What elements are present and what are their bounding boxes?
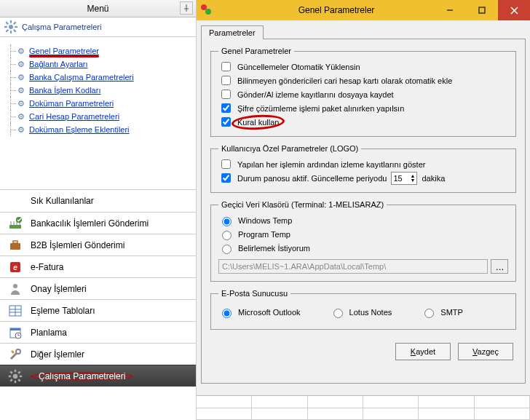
opt-label: Kural kullan [237,118,279,127]
menu-sik-kullanilanlar[interactable]: Sık Kullanılanlar [0,190,196,212]
tree-item-baglanti-ayarlari[interactable]: ⚙ Bağlantı Ayarları [6,58,190,71]
gear-icon: ⚙ [17,86,25,95]
maximize-button[interactable] [466,0,498,20]
svg-line-34 [18,371,20,373]
radio[interactable] [424,309,434,318]
svg-line-31 [10,371,12,373]
spinner-arrows[interactable]: ▲▼ [411,174,416,183]
opt-gonderal[interactable]: Gönder/Al izleme kayıtlarını dosyaya kay… [218,87,508,101]
gear-icon: ⚙ [17,112,25,122]
tree-item-dokuman-parametreleri[interactable]: ⚙ Doküman Parametreleri [6,97,190,110]
tree-link: Doküman Parametreleri [29,99,114,108]
tab-calisma-parametreleri[interactable]: Çalışma Parametreleri [0,17,196,37]
menu-label: Planlama [31,328,67,338]
radio-program-temp[interactable]: Program Temp [218,227,508,241]
radio-lotus[interactable]: Lotus Notes [330,305,392,319]
save-button[interactable]: Kaydet [395,343,451,360]
group-legend: Geçici Veri Klasörü (Terminal: 1-MELISAR… [218,200,387,209]
group-legend: E-Posta Sunucusu [218,289,290,298]
svg-line-7 [6,30,8,32]
menu-diger[interactable]: Diğer İşlemler [0,343,196,365]
tree-item-genel-parametreler[interactable]: ⚙ Genel Parametreler [6,44,190,58]
svg-point-26 [13,373,18,379]
bank-icon [7,215,23,231]
opt-label: Bilinmeyen göndericileri cari hesap kart… [237,76,452,85]
svg-text:e: e [13,264,17,272]
opt-sifre[interactable]: Şifre çözümleme işlemi paket alınırken y… [218,101,508,115]
radio-windows-temp[interactable]: Windows Temp [218,213,508,227]
pin-button[interactable] [180,1,193,15]
radio-outlook[interactable]: Microsoft Outlook [218,305,301,319]
btn-label-rest: azgeç [478,347,499,356]
opt-durum-panosu[interactable]: Durum panosu aktif. Güncelleme periyodu … [218,171,508,185]
menu-label: Sık Kullanılanlar [31,196,94,206]
svg-line-32 [18,379,20,381]
tree-item-banka-calisma[interactable]: ⚙ Banka Çalışma Parametreleri [6,71,190,84]
checkbox[interactable] [221,76,231,85]
menu-title: Menü [87,4,108,14]
menu-esleme[interactable]: Eşleme Tabloları [0,299,196,321]
menu-planlama[interactable]: Planlama [0,321,196,343]
period-spinner[interactable]: 15 ▲▼ [391,172,417,185]
tab-parametreler[interactable]: Parametreler [201,25,264,39]
tree-item-banka-islem[interactable]: ⚙ Banka İşlem Kodları [6,84,190,97]
tree-link: Bağlantı Ayarları [29,60,88,68]
radio-label: Windows Temp [238,216,292,225]
tree-item-cari-hesap[interactable]: ⚙ Cari Hesap Parametreleri [6,110,190,123]
cancel-button[interactable]: Vazgeç [458,343,513,360]
radio-label: Program Temp [238,230,290,239]
radio[interactable] [222,217,232,226]
checkbox[interactable] [221,159,231,169]
menu-label: Bankacılık İşlemleri Gönderimi [31,218,149,229]
dialog-window: Genel Parametreler Parametreler Genel Pa [197,0,530,420]
checkbox[interactable] [221,90,231,99]
radio-smtp[interactable]: SMTP [421,305,463,319]
checkbox[interactable] [221,62,231,71]
menu-onay[interactable]: Onay İşlemleri [0,277,196,299]
browse-button[interactable]: ... [491,259,508,274]
close-button[interactable] [498,0,530,20]
menu-efatura[interactable]: e e-Fatura [0,255,196,277]
radio[interactable] [222,231,232,240]
opt-label: Gönder/Al izleme kayıtlarını dosyaya kay… [237,90,394,99]
opt-label: Şifre çözümleme işlemi paket alınırken y… [237,104,404,113]
table-icon [7,303,23,319]
app-icon [201,4,213,16]
menu-bankacilik[interactable]: Bankacılık İşlemleri Gönderimi [0,212,196,234]
opt-bilinmeyen[interactable]: Bilinmeyen göndericileri cari hesap kart… [218,74,508,87]
checkbox[interactable] [221,103,231,113]
radio-label: SMTP [440,308,463,317]
radio[interactable] [222,309,232,318]
menu-b2b[interactable]: B2B İşlemleri Gönderimi [0,234,196,255]
svg-rect-21 [10,328,20,330]
group-genel: Genel Parametreler Güncellemeler Otomati… [210,47,516,137]
calendar-icon [7,325,23,341]
menu-label: Çalışma Parametreleri [39,371,125,381]
checkbox[interactable] [221,117,231,127]
menu-label: Eşleme Tabloları [31,306,95,316]
window-titlebar[interactable]: Genel Parametreler [197,0,530,20]
checkbox[interactable] [221,173,231,183]
tree-link: Genel Parametreler [29,47,99,55]
radio[interactable] [222,245,232,254]
gear-icon: ⚙ [17,73,25,82]
tools-icon [7,346,23,362]
period-unit: dakika [422,174,445,183]
menu-titlebar: Menü [0,0,196,17]
radio-label: Belirlemek İstiyorum [238,244,310,253]
tree-item-dokuman-esleme[interactable]: ⚙ Doküman Eşleme Eklentileri [6,123,190,136]
group-kullanici: Kullanıcıya Özel Parametreler (LOGO) Yap… [210,144,516,193]
opt-kural-kullan[interactable]: Kural kullan [218,115,508,129]
tree-link: Doküman Eşleme Eklentileri [29,125,130,134]
opt-izleme-goster[interactable]: Yapılan her işlemin ardından izleme kayı… [218,157,508,171]
minimize-button[interactable] [434,0,466,20]
radio[interactable] [333,309,343,318]
opt-guncellemeler[interactable]: Güncellemeler Otomatik Yüklensin [218,60,508,74]
opt-label: Güncellemeler Otomatik Yüklensin [237,63,360,71]
menu-label: Diğer İşlemler [31,349,84,360]
menu-calisma-parametreleri[interactable]: Çalışma Parametreleri [0,365,196,387]
tab-label: Çalışma Parametreleri [22,23,101,31]
bottom-grid [197,395,530,420]
radio-belirlemek[interactable]: Belirlemek İstiyorum [218,241,508,255]
tree-view: ⚙ Genel Parametreler ⚙ Bağlantı Ayarları… [0,37,196,190]
